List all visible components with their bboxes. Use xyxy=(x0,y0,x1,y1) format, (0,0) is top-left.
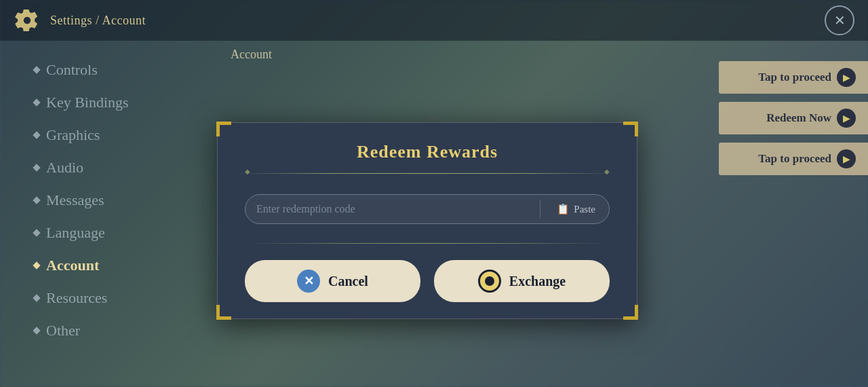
topbar: Settings / Account ✕ xyxy=(0,0,868,41)
sidebar-item-account[interactable]: Account xyxy=(34,257,190,274)
close-button[interactable]: ✕ xyxy=(825,5,854,35)
sidebar-item-other[interactable]: Other xyxy=(34,322,190,339)
modal-divider-top xyxy=(238,173,616,174)
bullet-icon xyxy=(33,164,40,171)
exchange-button[interactable]: Exchange xyxy=(434,260,610,302)
input-divider xyxy=(540,200,540,219)
corner-decoration-tr xyxy=(623,122,638,136)
topbar-left: Settings / Account xyxy=(14,7,146,34)
modal-divider-bottom xyxy=(245,243,610,244)
sidebar-item-messages[interactable]: Messages xyxy=(34,191,190,209)
redeem-rewards-modal: Redeem Rewards 📋 Paste xyxy=(217,122,637,319)
bullet-icon xyxy=(33,229,40,236)
main-content: Controls Key Bindings Graphics Audio Mes… xyxy=(0,41,868,387)
sidebar-item-key-bindings[interactable]: Key Bindings xyxy=(34,94,190,111)
sidebar-label-graphics: Graphics xyxy=(46,126,100,144)
paste-icon: 📋 xyxy=(557,203,570,215)
sidebar-item-graphics[interactable]: Graphics xyxy=(34,126,190,144)
sidebar-label-key-bindings: Key Bindings xyxy=(46,94,129,111)
bullet-icon xyxy=(33,66,40,73)
sidebar-item-language[interactable]: Language xyxy=(34,224,190,242)
corner-decoration-bl xyxy=(216,305,231,320)
right-panel: Account Tap to proceed ▶ Redeem Now ▶ Ta… xyxy=(203,41,868,387)
sidebar: Controls Key Bindings Graphics Audio Mes… xyxy=(0,41,203,387)
modal-backdrop: Redeem Rewards 📋 Paste xyxy=(203,41,868,387)
bullet-icon xyxy=(33,196,40,204)
breadcrumb: Settings / Account xyxy=(50,14,146,28)
paste-button[interactable]: 📋 Paste xyxy=(546,198,606,221)
sidebar-item-audio[interactable]: Audio xyxy=(34,159,190,177)
corner-decoration-br xyxy=(623,305,638,320)
modal-button-row: ✕ Cancel Exchange xyxy=(245,260,610,302)
sidebar-item-resources[interactable]: Resources xyxy=(34,289,190,307)
sidebar-label-messages: Messages xyxy=(46,191,104,209)
gear-icon[interactable] xyxy=(14,7,41,34)
sidebar-label-account: Account xyxy=(46,257,99,274)
sidebar-label-audio: Audio xyxy=(46,159,83,177)
bullet-icon xyxy=(33,294,40,301)
sidebar-item-controls[interactable]: Controls xyxy=(34,61,190,79)
cancel-label: Cancel xyxy=(328,274,368,289)
exchange-icon xyxy=(478,270,501,293)
bullet-icon xyxy=(33,131,40,139)
redemption-code-input-row: 📋 Paste xyxy=(245,194,610,224)
cancel-icon: ✕ xyxy=(297,270,320,293)
exchange-label: Exchange xyxy=(509,274,566,289)
corner-decoration-tl xyxy=(216,122,231,136)
bullet-icon xyxy=(33,327,40,334)
paste-label: Paste xyxy=(574,204,595,215)
cancel-button[interactable]: ✕ Cancel xyxy=(245,260,420,302)
sidebar-label-resources: Resources xyxy=(46,289,107,307)
bullet-icon xyxy=(33,98,40,106)
sidebar-label-controls: Controls xyxy=(46,61,98,79)
modal-title: Redeem Rewards xyxy=(218,123,637,173)
sidebar-label-other: Other xyxy=(46,322,80,339)
bullet-icon xyxy=(33,261,40,269)
redemption-code-input[interactable] xyxy=(256,198,534,221)
modal-body: 📋 Paste ✕ Cancel xyxy=(218,174,637,318)
sidebar-label-language: Language xyxy=(46,224,105,242)
